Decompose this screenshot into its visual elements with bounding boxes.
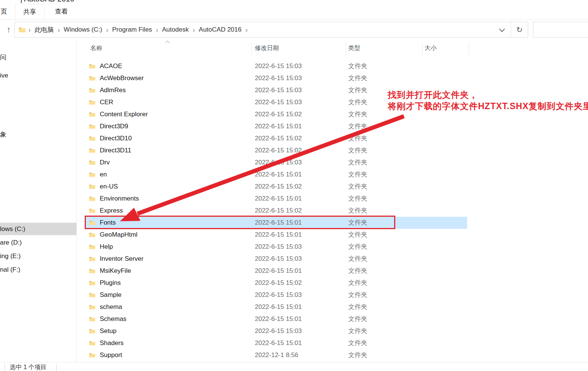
file-date: 2022-6-15 15:01 — [255, 313, 302, 325]
table-row[interactable]: Environments 2022-6-15 15:01 文件夹 — [85, 193, 467, 205]
file-name: Direct3D10 — [100, 132, 132, 144]
file-name: Direct3D9 — [100, 120, 128, 132]
file-type: 文件夹 — [348, 132, 367, 144]
table-row[interactable]: Sample 2022-6-15 15:03 文件夹 — [85, 289, 467, 301]
table-row[interactable]: Content Explorer 2022-6-15 15:02 文件夹 — [85, 108, 467, 120]
file-name: Setup — [100, 325, 116, 337]
file-name: Plugins — [100, 277, 121, 289]
file-date: 2022-6-15 15:02 — [255, 144, 302, 157]
file-type: 文件夹 — [348, 337, 367, 349]
folder-icon — [89, 88, 96, 93]
folder-icon — [89, 353, 96, 358]
file-name: en — [100, 169, 107, 181]
file-type: 文件夹 — [348, 120, 367, 132]
file-type: 文件夹 — [348, 277, 367, 289]
file-date: 2022-6-15 15:01 — [255, 337, 302, 349]
file-name: AdlmRes — [100, 84, 126, 96]
table-row[interactable]: ACAOE 2022-6-15 15:03 文件夹 — [85, 60, 467, 72]
file-type: 文件夹 — [348, 229, 367, 241]
table-row[interactable]: Setup 2022-6-15 15:03 文件夹 — [85, 325, 467, 337]
file-date: 2022-6-15 15:03 — [255, 253, 302, 265]
table-row[interactable]: Schemas 2022-6-15 15:01 文件夹 — [85, 313, 467, 325]
file-date: 2022-6-15 15:01 — [255, 193, 302, 205]
file-type: 文件夹 — [348, 181, 367, 193]
folder-icon — [89, 341, 96, 346]
table-row[interactable]: Direct3D10 2022-6-15 15:02 文件夹 — [85, 132, 467, 144]
folder-icon — [89, 124, 96, 129]
folder-icon — [89, 112, 96, 117]
folder-icon — [89, 64, 96, 69]
file-type: 文件夹 — [348, 217, 367, 229]
table-row[interactable]: Plugins 2022-6-15 15:02 文件夹 — [85, 277, 467, 289]
file-type: 文件夹 — [348, 265, 367, 277]
table-row[interactable]: Drv 2022-6-15 15:03 文件夹 — [85, 157, 467, 169]
file-date: 2022-6-15 15:01 — [255, 265, 302, 277]
file-type: 文件夹 — [348, 193, 367, 205]
file-date: 2022-6-15 15:03 — [255, 157, 302, 169]
file-date: 2022-6-15 15:03 — [255, 325, 302, 337]
folder-icon — [89, 196, 96, 201]
file-type: 文件夹 — [348, 108, 367, 120]
file-name: Content Explorer — [100, 108, 148, 120]
file-date: 2022-6-15 15:02 — [255, 277, 302, 289]
file-date: 2022-6-15 15:02 — [255, 181, 302, 193]
folder-icon — [89, 220, 96, 225]
file-type: 文件夹 — [348, 144, 367, 157]
file-date: 2022-6-15 15:01 — [255, 169, 302, 181]
folder-icon — [89, 148, 96, 153]
file-name: Support — [100, 349, 122, 361]
file-name: Direct3D11 — [100, 144, 131, 157]
file-list: ACAOE 2022-6-15 15:03 文件夹 AcWebBrowser 2… — [0, 0, 588, 371]
folder-icon — [89, 328, 96, 334]
table-row[interactable]: MsiKeyFile 2022-6-15 15:01 文件夹 — [85, 265, 467, 277]
file-name: Inventor Server — [100, 253, 143, 265]
table-row[interactable]: Shaders 2022-6-15 15:01 文件夹 — [85, 337, 467, 349]
file-type: 文件夹 — [348, 289, 367, 301]
file-date: 2022-6-15 15:03 — [255, 60, 302, 72]
table-row[interactable]: Direct3D11 2022-6-15 15:02 文件夹 — [85, 144, 467, 157]
table-row[interactable]: Support 2022-12-1 8:56 文件夹 — [85, 349, 467, 361]
file-date: 2022-6-15 15:03 — [255, 72, 302, 84]
table-row[interactable]: Fonts 2022-6-15 15:01 文件夹 — [85, 217, 467, 229]
file-name: ACAOE — [100, 60, 122, 72]
file-name: Environments — [100, 193, 139, 205]
table-row[interactable]: schema 2022-6-15 15:01 文件夹 — [85, 301, 467, 313]
table-row[interactable]: Direct3D9 2022-6-15 15:01 文件夹 — [85, 120, 467, 132]
file-name: Fonts — [100, 217, 116, 229]
file-type: 文件夹 — [348, 157, 367, 169]
file-name: en-US — [100, 181, 118, 193]
file-date: 2022-6-15 15:03 — [255, 241, 302, 253]
file-type: 文件夹 — [348, 301, 367, 313]
file-name: Help — [100, 241, 113, 253]
table-row[interactable]: Inventor Server 2022-6-15 15:03 文件夹 — [85, 253, 467, 265]
file-date: 2022-6-15 15:03 — [255, 289, 302, 301]
table-row[interactable]: Help 2022-6-15 15:03 文件夹 — [85, 241, 467, 253]
table-row[interactable]: en 2022-6-15 15:01 文件夹 — [85, 169, 467, 181]
folder-icon — [89, 136, 96, 141]
table-row[interactable]: en-US 2022-6-15 15:02 文件夹 — [85, 181, 467, 193]
table-row[interactable]: Express 2022-6-15 15:02 文件夹 — [85, 205, 467, 217]
folder-icon — [89, 292, 96, 298]
folder-icon — [89, 184, 96, 189]
file-date: 2022-6-15 15:01 — [255, 217, 302, 229]
status-selection-text: 选中 1 个项目 — [10, 363, 47, 371]
table-row[interactable]: GeoMapHtml 2022-6-15 15:01 文件夹 — [85, 229, 467, 241]
table-row[interactable]: AcWebBrowser 2022-6-15 15:03 文件夹 — [85, 72, 467, 84]
folder-icon — [89, 232, 96, 237]
file-name: AcWebBrowser — [100, 72, 144, 84]
folder-icon — [89, 160, 96, 165]
file-date: 2022-6-15 15:02 — [255, 108, 302, 120]
table-row[interactable]: CER 2022-6-15 15:03 文件夹 — [85, 96, 467, 108]
status-separator — [56, 364, 56, 371]
file-date: 2022-6-15 15:02 — [255, 205, 302, 217]
file-type: 文件夹 — [348, 96, 367, 108]
file-type: 文件夹 — [348, 313, 367, 325]
file-name: CER — [100, 96, 113, 108]
folder-icon — [89, 172, 96, 177]
status-separator — [5, 364, 5, 371]
file-type: 文件夹 — [348, 349, 367, 361]
folder-icon — [89, 76, 96, 81]
table-row[interactable]: AdlmRes 2022-6-15 15:03 文件夹 — [85, 84, 467, 96]
folder-icon — [89, 304, 96, 310]
file-date: 2022-6-15 15:01 — [255, 229, 302, 241]
